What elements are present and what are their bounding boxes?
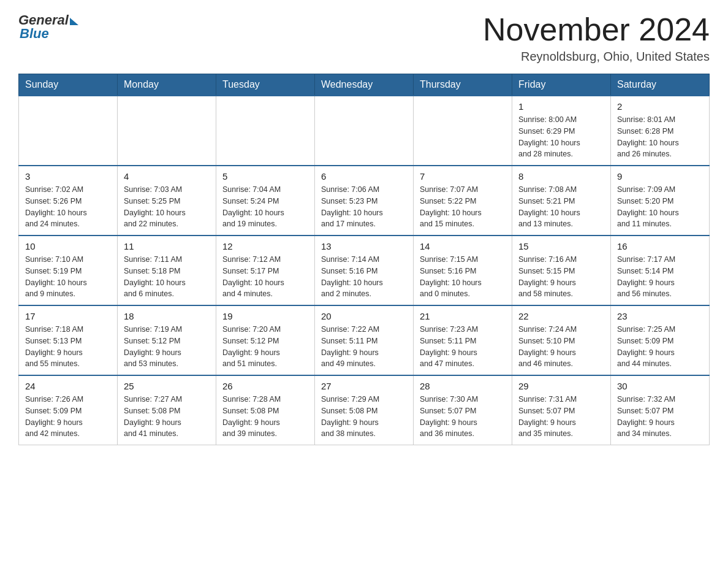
day-info: Sunrise: 7:06 AM Sunset: 5:23 PM Dayligh… [321,184,407,230]
calendar-table: SundayMondayTuesdayWednesdayThursdayFrid… [18,74,710,445]
day-info: Sunrise: 7:22 AM Sunset: 5:11 PM Dayligh… [321,324,407,370]
calendar-cell: 22Sunrise: 7:24 AM Sunset: 5:10 PM Dayli… [512,305,611,375]
day-info: Sunrise: 7:29 AM Sunset: 5:08 PM Dayligh… [321,394,407,440]
calendar-cell: 10Sunrise: 7:10 AM Sunset: 5:19 PM Dayli… [19,236,118,305]
day-info: Sunrise: 7:26 AM Sunset: 5:09 PM Dayligh… [25,394,111,440]
day-info: Sunrise: 7:03 AM Sunset: 5:25 PM Dayligh… [124,184,210,230]
day-number: 28 [420,381,506,391]
calendar-cell: 18Sunrise: 7:19 AM Sunset: 5:12 PM Dayli… [118,305,216,375]
col-header-sunday: Sunday [19,74,118,96]
calendar-week-3: 10Sunrise: 7:10 AM Sunset: 5:19 PM Dayli… [19,236,710,305]
day-info: Sunrise: 7:32 AM Sunset: 5:07 PM Dayligh… [617,394,703,440]
calendar-cell [315,96,414,166]
day-number: 29 [518,381,604,391]
calendar-cell [19,96,118,166]
day-info: Sunrise: 7:17 AM Sunset: 5:14 PM Dayligh… [617,254,703,300]
day-number: 16 [617,241,703,251]
calendar-cell: 17Sunrise: 7:18 AM Sunset: 5:13 PM Dayli… [19,305,118,375]
day-info: Sunrise: 7:31 AM Sunset: 5:07 PM Dayligh… [518,394,604,440]
day-number: 14 [420,241,506,251]
day-number: 20 [321,311,407,321]
col-header-friday: Friday [512,74,611,96]
day-number: 18 [124,311,210,321]
page-header: General Blue November 2024 Reynoldsburg,… [18,12,710,64]
day-info: Sunrise: 7:27 AM Sunset: 5:08 PM Dayligh… [124,394,210,440]
day-number: 19 [222,311,308,321]
calendar-cell [118,96,216,166]
calendar-week-1: 1Sunrise: 8:00 AM Sunset: 6:29 PM Daylig… [19,96,710,166]
day-number: 9 [617,171,703,182]
day-number: 8 [518,171,604,182]
calendar-week-5: 24Sunrise: 7:26 AM Sunset: 5:09 PM Dayli… [19,375,710,445]
col-header-tuesday: Tuesday [216,74,315,96]
day-number: 7 [420,171,506,182]
calendar-cell: 28Sunrise: 7:30 AM Sunset: 5:07 PM Dayli… [414,375,512,445]
calendar-cell [216,96,315,166]
calendar-cell: 25Sunrise: 7:27 AM Sunset: 5:08 PM Dayli… [118,375,216,445]
logo-arrow-icon [70,18,78,25]
day-number: 2 [617,101,703,112]
day-info: Sunrise: 8:00 AM Sunset: 6:29 PM Dayligh… [518,114,604,160]
day-info: Sunrise: 7:14 AM Sunset: 5:16 PM Dayligh… [321,254,407,300]
day-info: Sunrise: 7:08 AM Sunset: 5:21 PM Dayligh… [518,184,604,230]
calendar-cell: 29Sunrise: 7:31 AM Sunset: 5:07 PM Dayli… [512,375,611,445]
day-number: 13 [321,241,407,251]
day-number: 6 [321,171,407,182]
calendar-cell: 11Sunrise: 7:11 AM Sunset: 5:18 PM Dayli… [118,236,216,305]
calendar-cell: 20Sunrise: 7:22 AM Sunset: 5:11 PM Dayli… [315,305,414,375]
col-header-saturday: Saturday [611,74,710,96]
calendar-cell: 7Sunrise: 7:07 AM Sunset: 5:22 PM Daylig… [414,166,512,236]
calendar-cell: 15Sunrise: 7:16 AM Sunset: 5:15 PM Dayli… [512,236,611,305]
calendar-week-4: 17Sunrise: 7:18 AM Sunset: 5:13 PM Dayli… [19,305,710,375]
day-number: 23 [617,311,703,321]
month-title: November 2024 [483,12,710,47]
calendar-cell: 5Sunrise: 7:04 AM Sunset: 5:24 PM Daylig… [216,166,315,236]
col-header-thursday: Thursday [414,74,512,96]
col-header-monday: Monday [118,74,216,96]
day-info: Sunrise: 7:07 AM Sunset: 5:22 PM Dayligh… [420,184,506,230]
logo-blue-text: Blue [20,26,49,42]
calendar-cell: 1Sunrise: 8:00 AM Sunset: 6:29 PM Daylig… [512,96,611,166]
calendar-cell [414,96,512,166]
calendar-cell: 12Sunrise: 7:12 AM Sunset: 5:17 PM Dayli… [216,236,315,305]
calendar-cell: 24Sunrise: 7:26 AM Sunset: 5:09 PM Dayli… [19,375,118,445]
title-block: November 2024 Reynoldsburg, Ohio, United… [483,12,710,64]
day-number: 30 [617,381,703,391]
day-number: 3 [25,171,111,182]
calendar-cell: 6Sunrise: 7:06 AM Sunset: 5:23 PM Daylig… [315,166,414,236]
day-info: Sunrise: 7:10 AM Sunset: 5:19 PM Dayligh… [25,254,111,300]
day-info: Sunrise: 7:11 AM Sunset: 5:18 PM Dayligh… [124,254,210,300]
calendar-cell: 14Sunrise: 7:15 AM Sunset: 5:16 PM Dayli… [414,236,512,305]
location-subtitle: Reynoldsburg, Ohio, United States [483,50,710,64]
day-number: 1 [518,101,604,112]
day-number: 12 [222,241,308,251]
day-info: Sunrise: 7:20 AM Sunset: 5:12 PM Dayligh… [222,324,308,370]
calendar-header-row: SundayMondayTuesdayWednesdayThursdayFrid… [19,74,710,96]
calendar-cell: 26Sunrise: 7:28 AM Sunset: 5:08 PM Dayli… [216,375,315,445]
day-info: Sunrise: 7:28 AM Sunset: 5:08 PM Dayligh… [222,394,308,440]
day-info: Sunrise: 7:04 AM Sunset: 5:24 PM Dayligh… [222,184,308,230]
day-number: 21 [420,311,506,321]
logo: General Blue [18,12,78,42]
calendar-cell: 9Sunrise: 7:09 AM Sunset: 5:20 PM Daylig… [611,166,710,236]
day-info: Sunrise: 7:16 AM Sunset: 5:15 PM Dayligh… [518,254,604,300]
day-info: Sunrise: 7:23 AM Sunset: 5:11 PM Dayligh… [420,324,506,370]
day-info: Sunrise: 7:02 AM Sunset: 5:26 PM Dayligh… [25,184,111,230]
day-number: 22 [518,311,604,321]
calendar-cell: 16Sunrise: 7:17 AM Sunset: 5:14 PM Dayli… [611,236,710,305]
calendar-cell: 3Sunrise: 7:02 AM Sunset: 5:26 PM Daylig… [19,166,118,236]
calendar-cell: 8Sunrise: 7:08 AM Sunset: 5:21 PM Daylig… [512,166,611,236]
calendar-cell: 30Sunrise: 7:32 AM Sunset: 5:07 PM Dayli… [611,375,710,445]
day-info: Sunrise: 7:18 AM Sunset: 5:13 PM Dayligh… [25,324,111,370]
day-number: 11 [124,241,210,251]
day-number: 27 [321,381,407,391]
day-info: Sunrise: 7:24 AM Sunset: 5:10 PM Dayligh… [518,324,604,370]
calendar-cell: 23Sunrise: 7:25 AM Sunset: 5:09 PM Dayli… [611,305,710,375]
col-header-wednesday: Wednesday [315,74,414,96]
calendar-cell: 27Sunrise: 7:29 AM Sunset: 5:08 PM Dayli… [315,375,414,445]
calendar-cell: 19Sunrise: 7:20 AM Sunset: 5:12 PM Dayli… [216,305,315,375]
calendar-cell: 4Sunrise: 7:03 AM Sunset: 5:25 PM Daylig… [118,166,216,236]
day-info: Sunrise: 7:30 AM Sunset: 5:07 PM Dayligh… [420,394,506,440]
day-info: Sunrise: 7:15 AM Sunset: 5:16 PM Dayligh… [420,254,506,300]
day-info: Sunrise: 7:25 AM Sunset: 5:09 PM Dayligh… [617,324,703,370]
